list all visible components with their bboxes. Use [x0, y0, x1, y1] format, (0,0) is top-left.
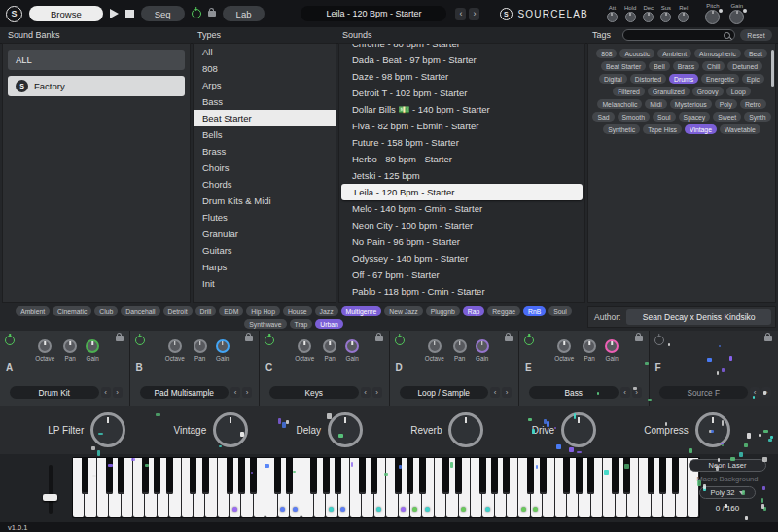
type-item-all[interactable]: All: [194, 44, 336, 60]
piano-black-key[interactable]: [442, 458, 449, 494]
sound-item-daze-98-bpm-starter[interactable]: Daze - 98 bpm - Starter: [339, 68, 584, 85]
tag-retro[interactable]: Retro: [740, 99, 766, 109]
volume-fader[interactable]: [43, 494, 57, 501]
sound-item-no-pain-96-bpm-starter[interactable]: No Pain - 96 bpm - Starter: [339, 233, 584, 250]
gain-knob[interactable]: [345, 339, 359, 353]
genre-hip-hop[interactable]: Hip Hop: [246, 306, 280, 316]
piano-black-key[interactable]: [648, 458, 654, 494]
type-item-flutes[interactable]: Flutes: [194, 209, 336, 226]
next-button[interactable]: ›: [761, 387, 771, 398]
tag-filtered[interactable]: Filtered: [613, 87, 645, 96]
next-button[interactable]: ›: [242, 387, 252, 398]
tag-synthetic[interactable]: Synthetic: [603, 124, 640, 134]
piano-black-key[interactable]: [190, 458, 196, 494]
type-item-bass[interactable]: Bass: [194, 93, 336, 110]
pitch-knob[interactable]: [705, 10, 720, 24]
preset-prev-button[interactable]: ‹: [455, 8, 466, 20]
delay-knob[interactable]: [328, 412, 363, 447]
stop-button[interactable]: [125, 10, 134, 18]
dec-knob[interactable]: [643, 12, 654, 22]
genre-club[interactable]: Club: [94, 306, 118, 316]
slot-power-toggle[interactable]: [654, 336, 664, 345]
piano-black-key[interactable]: [491, 458, 498, 494]
hold-knob[interactable]: [625, 12, 636, 22]
genre-trap[interactable]: Trap: [290, 319, 313, 329]
type-item-guitars[interactable]: Guitars: [194, 242, 336, 259]
preset-display[interactable]: Leila - 120 Bpm - Starter: [301, 6, 446, 21]
tag-ambient[interactable]: Ambient: [657, 49, 691, 58]
tag-synth[interactable]: Synth: [744, 112, 770, 122]
piano-black-key[interactable]: [335, 458, 341, 494]
prev-button[interactable]: ‹: [750, 387, 760, 398]
genre-ambient[interactable]: Ambient: [16, 306, 50, 316]
piano-black-key[interactable]: [274, 458, 281, 494]
tag-detuned[interactable]: Detuned: [727, 61, 762, 71]
type-item-init[interactable]: Init: [194, 275, 336, 292]
tag-soul[interactable]: Soul: [653, 112, 676, 122]
gain-knob[interactable]: [86, 339, 99, 353]
compress-knob[interactable]: [695, 412, 730, 447]
browse-button[interactable]: Browse: [29, 6, 103, 21]
next-button[interactable]: ›: [632, 387, 642, 398]
type-item-brass[interactable]: Brass: [194, 143, 336, 160]
slot-name[interactable]: Loop / Sample: [400, 386, 489, 399]
piano-black-key[interactable]: [407, 458, 413, 494]
piano-black-key[interactable]: [527, 458, 534, 494]
tag-mysterious[interactable]: Mysterious: [670, 99, 712, 109]
genre-edm[interactable]: EDM: [219, 306, 243, 316]
piano-black-key[interactable]: [503, 458, 510, 494]
tag-loop[interactable]: Loop: [726, 87, 751, 96]
sound-item-neon-city-100-bpm-starter[interactable]: Neon City - 100 bpm - Starter: [339, 217, 584, 233]
gain-knob[interactable]: [476, 339, 489, 353]
tag-wavetable[interactable]: Wavetable: [720, 124, 760, 134]
piano-black-key[interactable]: [587, 458, 594, 494]
genre-jazz[interactable]: Jazz: [315, 306, 338, 316]
tag-brass[interactable]: Brass: [673, 61, 699, 71]
sound-item-dada-beat-97-bpm-starter[interactable]: Dada - Beat - 97 bpm - Starter: [339, 52, 584, 68]
prev-button[interactable]: ‹: [490, 387, 500, 398]
sound-item-fiva-82-bpm-ebmin-starter[interactable]: Fiva - 82 bpm - Ebmin - Starter: [339, 118, 584, 134]
genre-multigenre[interactable]: Multigenre: [341, 306, 382, 316]
tag-sad[interactable]: Sad: [592, 112, 614, 122]
piano-black-key[interactable]: [612, 458, 619, 494]
pan-knob[interactable]: [194, 339, 207, 353]
piano-black-key[interactable]: [576, 458, 583, 494]
piano-black-key[interactable]: [118, 458, 124, 494]
piano-black-key[interactable]: [395, 458, 402, 494]
tag-sweet[interactable]: Sweet: [713, 112, 741, 122]
lp-filter-knob[interactable]: [90, 412, 125, 447]
piano-black-key[interactable]: [419, 458, 426, 494]
octave-knob[interactable]: [168, 339, 182, 353]
octave-knob[interactable]: [298, 339, 311, 353]
tag-chill[interactable]: Chill: [702, 61, 725, 71]
sound-item-detroit-t-102-bpm-starter[interactable]: Detroit T - 102 bpm - Starter: [339, 85, 584, 101]
piano-black-key[interactable]: [82, 458, 88, 494]
tag-digital[interactable]: Digital: [599, 74, 627, 84]
sound-item-pablo-118-bpm-cmin-starter[interactable]: Pablo - 118 bpm - Cmin - Starter: [339, 283, 584, 300]
piano-black-key[interactable]: [106, 458, 113, 494]
piano-black-key[interactable]: [250, 458, 257, 494]
type-item-granular[interactable]: Granular: [194, 226, 336, 242]
genre-house[interactable]: House: [283, 306, 312, 316]
gain-knob[interactable]: [216, 339, 230, 353]
next-button[interactable]: ›: [502, 387, 512, 398]
slot-name[interactable]: Drum Kit: [10, 386, 99, 399]
sound-item-melo-140-bpm-gmin-starter[interactable]: Melo - 140 bpm - Gmin - Starter: [339, 200, 584, 217]
genre-dancehall[interactable]: Dancehall: [121, 306, 159, 316]
type-item-chords[interactable]: Chords: [194, 176, 336, 193]
octave-knob[interactable]: [557, 339, 571, 353]
type-item-bells[interactable]: Bells: [194, 126, 336, 143]
prev-button[interactable]: ‹: [620, 387, 630, 398]
tag-poly[interactable]: Poly: [715, 99, 737, 109]
piano-black-key[interactable]: [286, 458, 293, 494]
sound-item-leila-120-bpm-starter[interactable]: Leila - 120 Bpm - Starter: [341, 184, 583, 200]
piano-black-key[interactable]: [310, 458, 317, 494]
octave-knob[interactable]: [38, 339, 52, 353]
next-button[interactable]: ›: [372, 387, 382, 398]
lock-icon[interactable]: [764, 336, 772, 341]
genre-soul[interactable]: Soul: [548, 306, 572, 316]
piano-black-key[interactable]: [323, 458, 330, 494]
bank-item-factory[interactable]: SFactory: [8, 76, 185, 96]
gain-knob[interactable]: [729, 10, 744, 24]
piano-black-key[interactable]: [479, 458, 486, 494]
